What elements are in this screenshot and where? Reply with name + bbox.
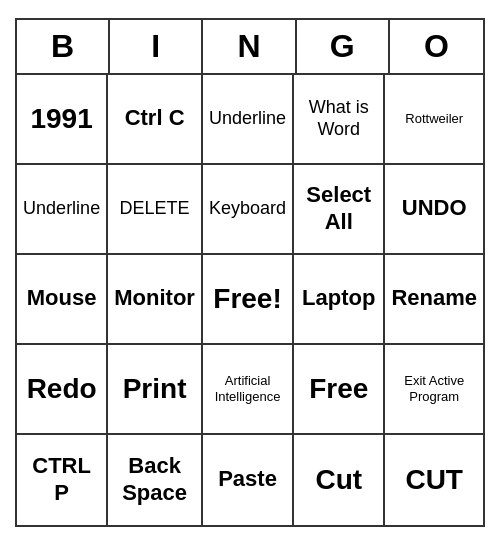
bingo-cell: DELETE <box>108 165 203 255</box>
bingo-cell: Rottweiler <box>385 75 483 165</box>
bingo-cell: Monitor <box>108 255 203 345</box>
header-letter: I <box>110 20 203 73</box>
bingo-cell: Free! <box>203 255 294 345</box>
bingo-cell: Rename <box>385 255 483 345</box>
bingo-grid: 1991Ctrl CUnderlineWhat is WordRottweile… <box>17 75 483 525</box>
bingo-card: BINGO 1991Ctrl CUnderlineWhat is WordRot… <box>15 18 485 527</box>
bingo-cell: CTRL P <box>17 435 108 525</box>
header-letter: N <box>203 20 296 73</box>
bingo-header: BINGO <box>17 20 483 75</box>
bingo-cell: Paste <box>203 435 294 525</box>
bingo-cell: What is Word <box>294 75 385 165</box>
header-letter: G <box>297 20 390 73</box>
bingo-cell: 1991 <box>17 75 108 165</box>
bingo-cell: Artificial Intelligence <box>203 345 294 435</box>
header-letter: B <box>17 20 110 73</box>
bingo-cell: CUT <box>385 435 483 525</box>
bingo-cell: Free <box>294 345 385 435</box>
bingo-cell: Redo <box>17 345 108 435</box>
bingo-cell: Ctrl C <box>108 75 203 165</box>
bingo-cell: Cut <box>294 435 385 525</box>
bingo-cell: Back Space <box>108 435 203 525</box>
bingo-cell: Keyboard <box>203 165 294 255</box>
bingo-cell: Underline <box>203 75 294 165</box>
bingo-cell: Underline <box>17 165 108 255</box>
bingo-cell: Select All <box>294 165 385 255</box>
bingo-cell: Exit Active Program <box>385 345 483 435</box>
bingo-cell: Mouse <box>17 255 108 345</box>
header-letter: O <box>390 20 483 73</box>
bingo-cell: UNDO <box>385 165 483 255</box>
bingo-cell: Print <box>108 345 203 435</box>
bingo-cell: Laptop <box>294 255 385 345</box>
